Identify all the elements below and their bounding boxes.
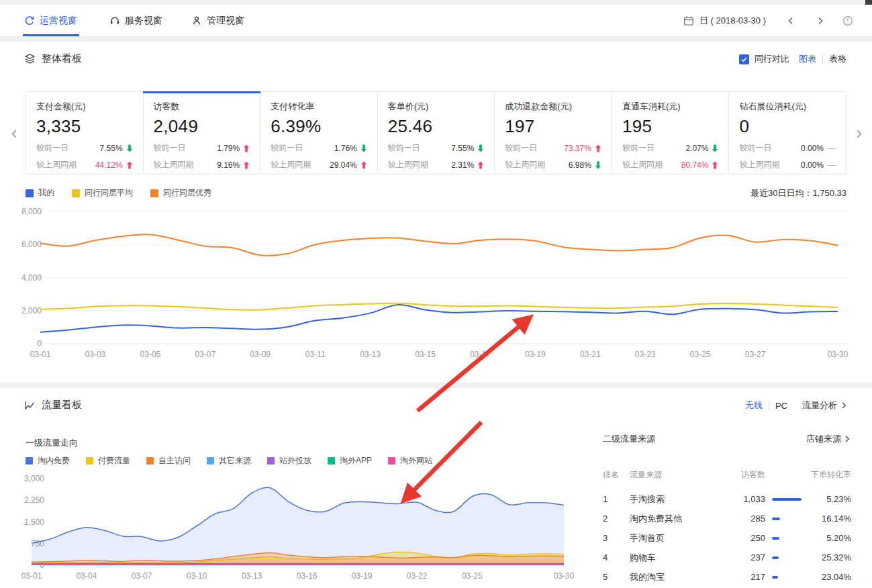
peer-compare-checkbox[interactable] bbox=[739, 54, 749, 64]
metric-compare-row: 较上周同期2.31% bbox=[388, 159, 485, 170]
peer-compare-label[interactable]: 同行对比 bbox=[755, 53, 789, 65]
tab-operations[interactable]: 运营视窗 bbox=[24, 5, 77, 36]
metric-compare-row: 较前一日73.37% bbox=[505, 142, 601, 154]
down-arrow-icon bbox=[712, 144, 718, 152]
tab-wireless[interactable]: 无线 bbox=[745, 399, 763, 411]
legend-item[interactable]: 我的 bbox=[26, 187, 54, 199]
cards-next-button[interactable] bbox=[854, 129, 864, 139]
legend-item[interactable]: 同行同层平均 bbox=[72, 187, 133, 199]
tab-pc[interactable]: PC bbox=[775, 401, 787, 411]
legend-item[interactable]: 同行同层优秀 bbox=[150, 187, 211, 199]
up-arrow-icon bbox=[360, 161, 367, 169]
shop-source-label[interactable]: 店铺来源 bbox=[806, 433, 841, 445]
svg-text:2,000: 2,000 bbox=[21, 306, 42, 315]
table-row[interactable]: 3手淘首页2505.20% bbox=[603, 528, 851, 548]
svg-text:03-19: 03-19 bbox=[352, 571, 373, 581]
up-arrow-icon bbox=[477, 161, 484, 169]
compare-label: 较上周同期 bbox=[388, 159, 428, 170]
svg-text:03-23: 03-23 bbox=[635, 350, 656, 359]
table-row[interactable]: 1手淘搜索1,0335.23% bbox=[603, 489, 851, 509]
topbar-right: 日 ( 2018-03-30 ) bbox=[683, 5, 853, 36]
view-table-link[interactable]: 表格 bbox=[829, 53, 846, 65]
rank-cell: 5 bbox=[603, 572, 630, 582]
tab-label: 运营视窗 bbox=[40, 15, 77, 27]
date-mode-selector[interactable]: 日 ( 2018-03-30 ) bbox=[699, 15, 766, 27]
active-tab-underline bbox=[23, 34, 79, 36]
metric-value: 6.39% bbox=[271, 116, 367, 137]
table-row[interactable]: 4购物车23725.32% bbox=[603, 548, 851, 567]
chevron-right-icon[interactable] bbox=[840, 401, 848, 409]
svg-text:3,000: 3,000 bbox=[24, 474, 44, 483]
legend-swatch bbox=[150, 189, 158, 197]
legend-item[interactable]: 其它来源 bbox=[207, 455, 251, 467]
tab-service[interactable]: 服务视窗 bbox=[109, 5, 162, 36]
layers-icon bbox=[24, 53, 36, 64]
legend-item[interactable]: 淘外网站 bbox=[388, 455, 432, 467]
cards-prev-button[interactable] bbox=[9, 129, 19, 139]
table-row[interactable]: 2淘内免费其他28516.14% bbox=[603, 509, 851, 528]
scrollbar-thumb[interactable] bbox=[865, 0, 872, 5]
traffic-controls: 无线 PC 流量分析 bbox=[745, 399, 848, 411]
column-header: 访客数 bbox=[730, 469, 765, 481]
line-chart-icon bbox=[24, 399, 36, 411]
metric-compare-row: 较前一日1.76% bbox=[271, 142, 367, 154]
svg-text:03-05: 03-05 bbox=[140, 350, 161, 359]
visitors-cell: 237 bbox=[730, 552, 765, 562]
legend-label: 其它来源 bbox=[219, 455, 251, 467]
overview-header: 整体看板 bbox=[24, 52, 82, 65]
rank-cell: 2 bbox=[603, 513, 630, 524]
compare-label: 较上周同期 bbox=[154, 159, 194, 170]
svg-text:03-03: 03-03 bbox=[85, 350, 106, 359]
main-trend-chart: 02,0004,0006,0008,00003-0103-0303-0503-0… bbox=[17, 203, 857, 371]
svg-text:03-17: 03-17 bbox=[470, 350, 491, 359]
prev-date-button[interactable] bbox=[786, 16, 795, 26]
source-name-cell: 淘内免费其他 bbox=[630, 513, 730, 525]
metric-card-0[interactable]: 支付金额(元)3,335较前一日7.55%较上周同期44.12% bbox=[26, 92, 144, 174]
traffic-analysis-link[interactable]: 流量分析 bbox=[802, 399, 837, 411]
svg-text:03-15: 03-15 bbox=[415, 350, 436, 359]
compare-label: 较前一日 bbox=[271, 142, 303, 154]
legend-swatch bbox=[26, 189, 34, 197]
compare-value: 6.98% bbox=[569, 160, 591, 170]
metric-card-4[interactable]: 成功退款金额(元)197较前一日73.37%较上周同期6.98% bbox=[495, 92, 612, 174]
calendar-icon[interactable] bbox=[683, 15, 694, 26]
compare-value: 2.07% bbox=[685, 144, 708, 153]
metric-value: 0 bbox=[739, 116, 836, 137]
legend-item[interactable]: 自主访问 bbox=[146, 455, 191, 467]
metric-label: 客单价(元) bbox=[388, 101, 485, 113]
traffic-panel: 流量看板 无线 PC 流量分析 一级流量走向 淘内免费付费流量自主访问其它来源站… bbox=[0, 388, 872, 588]
metric-compare-row: 较上周同期29.04% bbox=[271, 159, 367, 170]
visitors-bar bbox=[772, 576, 778, 579]
table-row[interactable]: 5我的淘宝21723.04% bbox=[603, 567, 851, 587]
topbar: 运营视窗服务视窗管理视窗 日 ( 2018-03-30 ) bbox=[0, 4, 872, 37]
traffic-chart-legend: 淘内免费付费流量自主访问其它来源站外投放淘外APP淘外网站 bbox=[26, 455, 432, 467]
column-header: 下单转化率 bbox=[808, 469, 851, 481]
compare-label: 较上周同期 bbox=[739, 159, 779, 170]
info-icon[interactable] bbox=[842, 15, 853, 26]
legend-item[interactable]: 付费流量 bbox=[86, 455, 130, 467]
metric-card-6[interactable]: 钻石展位消耗(元)0较前一日0.00%—较上周同期0.00%— bbox=[729, 92, 846, 174]
metric-card-5[interactable]: 直通车消耗(元)195较前一日2.07%较上周同期80.74% bbox=[612, 92, 730, 174]
legend-item[interactable]: 淘外APP bbox=[328, 455, 372, 467]
traffic-header: 流量看板 bbox=[24, 399, 82, 411]
tab-label: 服务视窗 bbox=[125, 15, 162, 27]
metric-card-2[interactable]: 支付转化率6.39%较前一日1.76%较上周同期29.04% bbox=[260, 92, 378, 174]
view-chart-link[interactable]: 图表 bbox=[799, 53, 816, 65]
svg-text:03-30: 03-30 bbox=[828, 350, 849, 359]
rate-cell: 5.23% bbox=[808, 494, 851, 504]
visitors-cell: 285 bbox=[730, 513, 765, 524]
legend-item[interactable]: 站外投放 bbox=[267, 455, 311, 467]
shop-source-link[interactable]: 店铺来源 bbox=[806, 433, 851, 445]
metric-label: 访客数 bbox=[154, 101, 250, 113]
metric-label: 钻石展位消耗(元) bbox=[739, 101, 836, 113]
metric-label: 成功退款金额(元) bbox=[505, 101, 601, 113]
metric-card-1[interactable]: 访客数2,049较前一日1.79%较上周同期9.16% bbox=[144, 92, 261, 174]
next-date-button[interactable] bbox=[816, 16, 825, 26]
legend-item[interactable]: 淘内免费 bbox=[26, 455, 70, 467]
compare-label: 较前一日 bbox=[388, 142, 420, 154]
legend-swatch bbox=[388, 457, 395, 464]
tab-management[interactable]: 管理视窗 bbox=[191, 5, 244, 36]
compare-label: 较上周同期 bbox=[622, 159, 663, 170]
legend-label: 淘外网站 bbox=[400, 455, 432, 467]
metric-card-3[interactable]: 客单价(元)25.46较前一日7.55%较上周同期2.31% bbox=[378, 92, 495, 174]
